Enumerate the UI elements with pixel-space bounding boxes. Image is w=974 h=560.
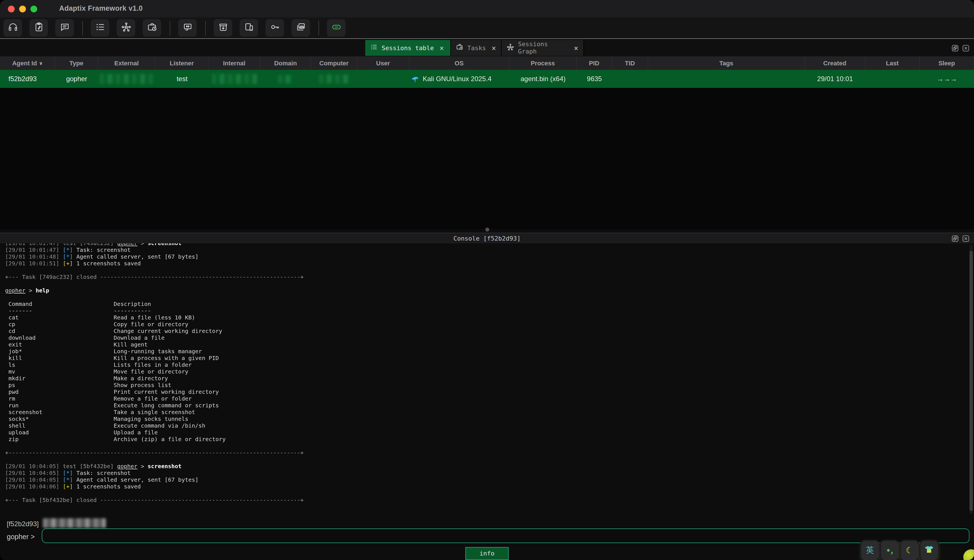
toolbar-separator: [170, 20, 170, 35]
column-header-domain[interactable]: Domain: [260, 56, 311, 70]
kali-linux-icon: [411, 75, 419, 83]
cell-last: [865, 70, 920, 88]
cell-sleep: →→→: [920, 70, 974, 88]
column-header-agent-id[interactable]: Agent Id∨: [0, 56, 55, 70]
cell-computer: [311, 70, 357, 88]
app-window: Adaptix Framework v1.0: [0, 0, 974, 560]
shirt-icon: [924, 544, 934, 557]
sessions-graph-button[interactable]: [117, 19, 135, 37]
column-header-last[interactable]: Last: [865, 56, 920, 70]
column-header-computer[interactable]: Computer: [311, 56, 357, 70]
downloads-button[interactable]: [213, 19, 232, 37]
devices-icon: [244, 22, 254, 34]
close-tab-icon[interactable]: ×: [439, 44, 444, 52]
close-panel-icon[interactable]: [962, 44, 969, 54]
sessions-table-header: Agent Id∨ Type External Listener Interna…: [0, 56, 974, 70]
close-tab-icon[interactable]: ×: [574, 44, 578, 52]
cell-process: agent.bin (x64): [510, 70, 577, 88]
console-prompt-area: [f52b2d93] gopher > info: [0, 516, 974, 560]
credentials-key-icon: [270, 22, 280, 34]
punctuation-key[interactable]: •,: [881, 541, 899, 560]
column-header-type[interactable]: Type: [55, 56, 98, 70]
screen-share-icon: [182, 22, 192, 34]
tab-sessions-table[interactable]: Sessions table ×: [365, 40, 451, 56]
tasks-button[interactable]: [143, 19, 161, 37]
shirt-key[interactable]: [921, 541, 938, 560]
console-title: Console [f52b2d93]: [454, 235, 520, 242]
cell-domain: [260, 70, 311, 88]
sessions-table-empty-area: [0, 88, 974, 229]
column-header-user[interactable]: User: [357, 56, 409, 70]
cell-user: [357, 70, 409, 88]
column-header-sleep[interactable]: Sleep: [920, 56, 974, 70]
logs-button[interactable]: [29, 19, 48, 37]
tab-label: Tasks: [467, 44, 486, 52]
autocomplete-hint[interactable]: info: [465, 547, 509, 560]
undock-panel-icon[interactable]: [951, 44, 959, 54]
cell-internal: [208, 70, 260, 88]
cell-tags: [648, 70, 805, 88]
splitter-handle[interactable]: [485, 228, 489, 232]
cell-agent-id: f52b2d93: [0, 70, 55, 88]
tab-tasks[interactable]: Tasks ×: [451, 40, 502, 56]
console-log: [29/01 10:01:47] test [749ac232] gopher …: [0, 243, 974, 504]
column-header-pid[interactable]: PID: [577, 56, 612, 70]
input-source-switcher: 英 •, ☾: [861, 541, 938, 560]
redacted-internal-ip: [212, 74, 257, 84]
redacted-agent-context: [43, 518, 106, 528]
os-label: Kali GNU/Linux 2025.4: [423, 75, 492, 83]
connect-link-icon: [331, 22, 341, 34]
connect-button[interactable]: [327, 19, 345, 37]
column-header-listener[interactable]: Listener: [155, 56, 208, 70]
zoom-window-button[interactable]: [30, 6, 37, 12]
headset-icon: [8, 22, 18, 34]
tab-sessions-graph[interactable]: Sessions Graph ×: [502, 40, 584, 56]
main-toolbar: [0, 17, 974, 38]
cell-tid: [612, 70, 648, 88]
moon-key[interactable]: ☾: [901, 541, 918, 560]
column-header-os[interactable]: OS: [409, 56, 510, 70]
column-header-external[interactable]: External: [98, 56, 155, 70]
tab-bar: Sessions table × Tasks × Sessions Graph …: [0, 38, 974, 57]
chat-button[interactable]: [55, 19, 74, 37]
list-icon: [370, 43, 378, 52]
undock-panel-icon[interactable]: [951, 235, 959, 244]
console-panel-header: Console [f52b2d93]: [0, 233, 974, 244]
downloads-box-icon: [218, 22, 228, 34]
column-header-process[interactable]: Process: [510, 56, 577, 70]
devices-button[interactable]: [240, 19, 258, 37]
column-header-tid[interactable]: TID: [612, 56, 648, 70]
toolbar-separator: [205, 20, 206, 35]
listeners-button[interactable]: [3, 19, 22, 37]
cell-listener: test: [155, 70, 208, 88]
input-source-key[interactable]: 英: [861, 541, 879, 560]
tab-label: Sessions Graph: [518, 40, 568, 55]
toolbar-separator: [319, 20, 319, 35]
toolbar-separator: [82, 20, 83, 35]
title-bar: Adaptix Framework v1.0: [0, 0, 974, 17]
sessions-table-button[interactable]: [91, 19, 109, 37]
minimize-window-button[interactable]: [19, 6, 26, 12]
prompt-agent-id: [f52b2d93]: [7, 520, 38, 528]
screenshots-icon: [296, 22, 306, 34]
cell-pid: 9635: [577, 70, 612, 88]
column-header-created[interactable]: Created: [805, 56, 865, 70]
graph-nodes-icon: [507, 43, 514, 52]
column-header-internal[interactable]: Internal: [208, 56, 260, 70]
console-window-controls: [951, 235, 969, 244]
jobs-clock-icon: [147, 22, 157, 34]
screen-share-button[interactable]: [178, 19, 197, 37]
session-row[interactable]: f52b2d93 gopher test Kali GNU/Linux 2025…: [0, 70, 974, 88]
redacted-domain: [278, 75, 294, 83]
close-tab-icon[interactable]: ×: [492, 44, 496, 52]
credentials-button[interactable]: [265, 19, 284, 37]
close-panel-icon[interactable]: [962, 235, 969, 244]
screenshots-button[interactable]: [292, 19, 310, 37]
column-header-tags[interactable]: Tags: [648, 56, 805, 70]
jobs-clock-icon: [456, 43, 463, 52]
panel-window-controls: [951, 44, 969, 54]
command-input[interactable]: [42, 528, 969, 543]
chat-icon: [60, 22, 70, 34]
console-scrollbar-thumb[interactable]: [969, 251, 973, 511]
close-window-button[interactable]: [8, 6, 15, 12]
